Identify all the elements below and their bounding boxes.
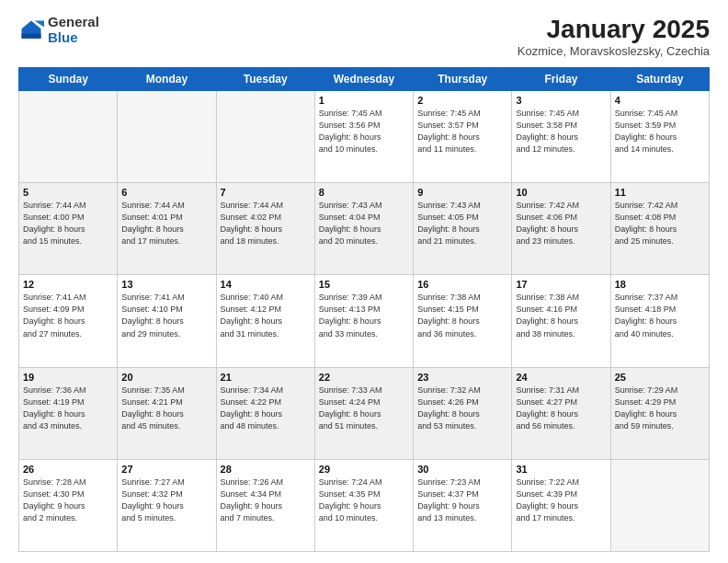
calendar-week-2: 5Sunrise: 7:44 AMSunset: 4:00 PMDaylight… <box>19 183 710 275</box>
table-cell: 7Sunrise: 7:44 AMSunset: 4:02 PMDaylight… <box>216 183 314 275</box>
day-info: Sunrise: 7:39 AMSunset: 4:13 PMDaylight:… <box>319 292 409 339</box>
table-cell: 17Sunrise: 7:38 AMSunset: 4:16 PMDayligh… <box>512 275 610 367</box>
col-friday: Friday <box>512 68 610 91</box>
location-subtitle: Kozmice, Moravskoslezsky, Czechia <box>518 44 710 58</box>
table-cell: 18Sunrise: 7:37 AMSunset: 4:18 PMDayligh… <box>610 275 709 367</box>
day-info: Sunrise: 7:44 AMSunset: 4:02 PMDaylight:… <box>221 200 311 247</box>
day-info: Sunrise: 7:27 AMSunset: 4:32 PMDaylight:… <box>121 477 211 524</box>
day-number: 12 <box>23 279 113 290</box>
day-number: 19 <box>23 372 113 383</box>
table-cell: 26Sunrise: 7:28 AMSunset: 4:30 PMDayligh… <box>19 459 118 551</box>
day-number: 14 <box>221 279 311 290</box>
day-info: Sunrise: 7:40 AMSunset: 4:12 PMDaylight:… <box>221 292 311 339</box>
day-number: 21 <box>221 372 311 383</box>
day-number: 16 <box>417 279 507 290</box>
table-cell: 15Sunrise: 7:39 AMSunset: 4:13 PMDayligh… <box>314 275 413 367</box>
title-area: January 2025 Kozmice, Moravskoslezsky, C… <box>518 15 710 58</box>
table-cell: 4Sunrise: 7:45 AMSunset: 3:59 PMDaylight… <box>610 91 709 183</box>
day-number: 9 <box>417 187 507 198</box>
day-info: Sunrise: 7:41 AMSunset: 4:09 PMDaylight:… <box>23 292 113 339</box>
day-number: 18 <box>615 279 705 290</box>
table-cell: 30Sunrise: 7:23 AMSunset: 4:37 PMDayligh… <box>414 459 512 551</box>
table-cell <box>216 91 314 183</box>
day-number: 6 <box>121 187 211 198</box>
calendar-week-1: 1Sunrise: 7:45 AMSunset: 3:56 PMDaylight… <box>19 91 710 183</box>
table-cell: 21Sunrise: 7:34 AMSunset: 4:22 PMDayligh… <box>216 367 314 459</box>
logo-icon <box>18 17 44 43</box>
logo-general-text: General <box>48 15 99 30</box>
day-info: Sunrise: 7:42 AMSunset: 4:08 PMDaylight:… <box>615 200 705 247</box>
calendar-week-4: 19Sunrise: 7:36 AMSunset: 4:19 PMDayligh… <box>19 367 710 459</box>
day-info: Sunrise: 7:42 AMSunset: 4:06 PMDaylight:… <box>516 200 606 247</box>
table-cell: 9Sunrise: 7:43 AMSunset: 4:05 PMDaylight… <box>414 183 512 275</box>
logo-blue-text: Blue <box>48 30 99 46</box>
table-cell: 8Sunrise: 7:43 AMSunset: 4:04 PMDaylight… <box>314 183 413 275</box>
day-info: Sunrise: 7:41 AMSunset: 4:10 PMDaylight:… <box>121 292 211 339</box>
day-info: Sunrise: 7:45 AMSunset: 3:58 PMDaylight:… <box>516 108 606 155</box>
day-number: 26 <box>23 464 113 475</box>
col-monday: Monday <box>118 68 216 91</box>
day-info: Sunrise: 7:36 AMSunset: 4:19 PMDaylight:… <box>23 385 113 432</box>
table-cell: 16Sunrise: 7:38 AMSunset: 4:15 PMDayligh… <box>414 275 512 367</box>
page: General Blue January 2025 Kozmice, Morav… <box>0 0 728 563</box>
logo: General Blue <box>18 15 99 45</box>
table-cell <box>610 459 709 551</box>
calendar-table: Sunday Monday Tuesday Wednesday Thursday… <box>18 67 710 552</box>
day-info: Sunrise: 7:43 AMSunset: 4:04 PMDaylight:… <box>319 200 409 247</box>
table-cell: 27Sunrise: 7:27 AMSunset: 4:32 PMDayligh… <box>118 459 216 551</box>
day-info: Sunrise: 7:22 AMSunset: 4:39 PMDaylight:… <box>516 477 606 524</box>
day-number: 15 <box>319 279 409 290</box>
table-cell <box>118 91 216 183</box>
day-number: 1 <box>319 95 409 106</box>
day-info: Sunrise: 7:34 AMSunset: 4:22 PMDaylight:… <box>221 385 311 432</box>
table-cell: 5Sunrise: 7:44 AMSunset: 4:00 PMDaylight… <box>19 183 118 275</box>
table-cell: 3Sunrise: 7:45 AMSunset: 3:58 PMDaylight… <box>512 91 610 183</box>
col-tuesday: Tuesday <box>216 68 314 91</box>
calendar-week-5: 26Sunrise: 7:28 AMSunset: 4:30 PMDayligh… <box>19 459 710 551</box>
day-number: 28 <box>221 464 311 475</box>
col-wednesday: Wednesday <box>314 68 413 91</box>
calendar-header-row: Sunday Monday Tuesday Wednesday Thursday… <box>19 68 710 91</box>
header: General Blue January 2025 Kozmice, Morav… <box>18 15 710 58</box>
day-number: 8 <box>319 187 409 198</box>
day-number: 24 <box>516 372 606 383</box>
table-cell: 14Sunrise: 7:40 AMSunset: 4:12 PMDayligh… <box>216 275 314 367</box>
day-info: Sunrise: 7:44 AMSunset: 4:01 PMDaylight:… <box>121 200 211 247</box>
table-cell: 6Sunrise: 7:44 AMSunset: 4:01 PMDaylight… <box>118 183 216 275</box>
day-number: 25 <box>615 372 705 383</box>
day-number: 2 <box>417 95 507 106</box>
table-cell: 23Sunrise: 7:32 AMSunset: 4:26 PMDayligh… <box>414 367 512 459</box>
day-number: 4 <box>615 95 705 106</box>
day-info: Sunrise: 7:45 AMSunset: 3:59 PMDaylight:… <box>615 108 705 155</box>
logo-text: General Blue <box>48 15 99 45</box>
day-number: 7 <box>221 187 311 198</box>
table-cell <box>19 91 118 183</box>
day-number: 11 <box>615 187 705 198</box>
table-cell: 28Sunrise: 7:26 AMSunset: 4:34 PMDayligh… <box>216 459 314 551</box>
day-info: Sunrise: 7:28 AMSunset: 4:30 PMDaylight:… <box>23 477 113 524</box>
table-cell: 2Sunrise: 7:45 AMSunset: 3:57 PMDaylight… <box>414 91 512 183</box>
day-info: Sunrise: 7:26 AMSunset: 4:34 PMDaylight:… <box>221 477 311 524</box>
day-info: Sunrise: 7:33 AMSunset: 4:24 PMDaylight:… <box>319 385 409 432</box>
day-number: 10 <box>516 187 606 198</box>
day-info: Sunrise: 7:44 AMSunset: 4:00 PMDaylight:… <box>23 200 113 247</box>
table-cell: 24Sunrise: 7:31 AMSunset: 4:27 PMDayligh… <box>512 367 610 459</box>
table-cell: 1Sunrise: 7:45 AMSunset: 3:56 PMDaylight… <box>314 91 413 183</box>
day-info: Sunrise: 7:43 AMSunset: 4:05 PMDaylight:… <box>417 200 507 247</box>
day-info: Sunrise: 7:38 AMSunset: 4:15 PMDaylight:… <box>417 292 507 339</box>
col-sunday: Sunday <box>19 68 118 91</box>
table-cell: 22Sunrise: 7:33 AMSunset: 4:24 PMDayligh… <box>314 367 413 459</box>
day-info: Sunrise: 7:45 AMSunset: 3:56 PMDaylight:… <box>319 108 409 155</box>
day-info: Sunrise: 7:45 AMSunset: 3:57 PMDaylight:… <box>417 108 507 155</box>
day-info: Sunrise: 7:35 AMSunset: 4:21 PMDaylight:… <box>121 385 211 432</box>
col-thursday: Thursday <box>414 68 512 91</box>
day-number: 30 <box>417 464 507 475</box>
table-cell: 10Sunrise: 7:42 AMSunset: 4:06 PMDayligh… <box>512 183 610 275</box>
table-cell: 20Sunrise: 7:35 AMSunset: 4:21 PMDayligh… <box>118 367 216 459</box>
table-cell: 25Sunrise: 7:29 AMSunset: 4:29 PMDayligh… <box>610 367 709 459</box>
day-number: 20 <box>121 372 211 383</box>
day-number: 17 <box>516 279 606 290</box>
table-cell: 12Sunrise: 7:41 AMSunset: 4:09 PMDayligh… <box>19 275 118 367</box>
day-info: Sunrise: 7:37 AMSunset: 4:18 PMDaylight:… <box>615 292 705 339</box>
day-info: Sunrise: 7:24 AMSunset: 4:35 PMDaylight:… <box>319 477 409 524</box>
